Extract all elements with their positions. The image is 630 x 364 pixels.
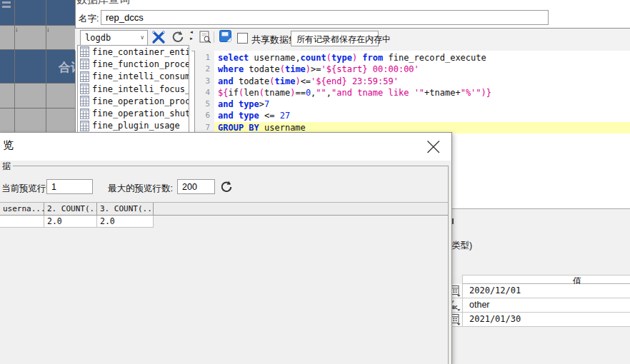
- sql-token: (: [259, 88, 264, 98]
- line-number: 4: [195, 87, 215, 98]
- sql-gutter: 1234567: [194, 51, 215, 137]
- param-type-cell[interactable]: [451, 284, 463, 298]
- sql-token: (: [280, 64, 285, 74]
- table-list-item[interactable]: fine_container_entity: [78, 46, 189, 58]
- param-pane-top: [451, 136, 630, 208]
- sql-token: "%'": [461, 88, 481, 98]
- sql-token: type: [239, 99, 259, 109]
- table-name: fine_operation_shutdo: [92, 108, 189, 118]
- sql-token: username: [259, 123, 306, 133]
- close-icon: [425, 139, 442, 155]
- groupbox-border: [448, 166, 449, 364]
- preview-cell[interactable]: 2.0: [97, 216, 154, 228]
- max-rows-label: 最大的预览行数:: [108, 183, 173, 195]
- sql-line: and type>7: [214, 98, 630, 110]
- sql-token: and: [218, 99, 234, 109]
- cell-text-fragment: [2, 6, 11, 8]
- sql-line: ${if(len(tname)==0,"","and tname like '"…: [214, 87, 630, 98]
- sql-token: if: [228, 88, 238, 98]
- splitter-collapse-icon[interactable]: ◄: [189, 30, 194, 34]
- table-icon: [80, 108, 89, 119]
- sql-token: 27: [280, 111, 290, 121]
- param-type-cell[interactable]: [451, 313, 463, 327]
- param-value-cell[interactable]: 2021/01/30: [463, 313, 630, 327]
- param-hint-fragment: 类型): [451, 240, 472, 252]
- sql-code[interactable]: select username,count(type) from fine_re…: [214, 51, 630, 137]
- storage-mode-value: 所有记录都保存在内存中: [296, 34, 391, 46]
- table-list-item[interactable]: fine_operation_shutdo: [78, 107, 189, 119]
- chevron-down-icon: ∨: [370, 36, 374, 41]
- table-list-item[interactable]: fine_operation_proces: [78, 95, 189, 107]
- table-icon: [80, 84, 89, 94]
- sql-token: todate: [234, 76, 270, 86]
- sql-token: fine_record_execute: [383, 53, 486, 63]
- cell-text-fragment: [2, 1, 11, 4]
- sql-token: )}: [481, 88, 491, 98]
- sql-token: [234, 99, 239, 109]
- param-table-header-icon-col: [451, 275, 463, 284]
- sql-token: username,: [249, 53, 300, 63]
- edit-button[interactable]: [219, 30, 231, 42]
- sql-token: len: [244, 88, 259, 98]
- sql-token: and: [218, 111, 234, 121]
- preview-cell[interactable]: 2.0: [44, 216, 97, 228]
- refresh-preview-button[interactable]: [219, 180, 234, 194]
- line-number: 3: [195, 76, 215, 87]
- param-value-cell[interactable]: other: [463, 298, 630, 313]
- close-button[interactable]: [425, 139, 442, 155]
- table-name: fine_plugin_usage: [92, 121, 180, 131]
- sql-token: ): [306, 64, 311, 74]
- sql-line: and todate(time)<='${end} 23:59:59': [214, 76, 630, 87]
- dataset-name-input[interactable]: [101, 10, 549, 25]
- connection-tools-button[interactable]: [151, 30, 166, 44]
- database-select[interactable]: logdb ∨: [80, 30, 148, 46]
- share-dataset-checkbox[interactable]: [237, 33, 248, 44]
- groupbox-label-fragment: 据: [1, 161, 13, 173]
- grid-line: [0, 83, 75, 84]
- line-number: 5: [195, 98, 215, 110]
- arrow-down-icon: ↓: [15, 26, 19, 33]
- refresh-tables-button[interactable]: [171, 30, 185, 44]
- table-list-item[interactable]: fine_intelli_consume_p: [78, 71, 189, 83]
- sql-token: '${end} 23:59:59': [311, 76, 399, 86]
- sql-token: where: [218, 64, 244, 74]
- param-type-cell[interactable]: ABC: [451, 298, 463, 313]
- wrench-icon: [151, 30, 166, 44]
- table-name: fine_intelli_focus_po: [92, 84, 189, 94]
- table-icon: [80, 71, 89, 82]
- sql-token: "and tname like '": [331, 88, 424, 98]
- chevron-down-icon: ∨: [140, 35, 144, 41]
- param-value-cell[interactable]: 2020/12/01: [463, 284, 630, 298]
- grid-line: [14, 0, 15, 132]
- toolbar-divider: [214, 31, 214, 43]
- grid-line: [0, 49, 75, 50]
- table-list-item[interactable]: fine_plugin_usage: [78, 120, 189, 132]
- groupbox-border: [11, 166, 448, 166]
- table-icon: [80, 59, 89, 69]
- preview-doc-icon: [199, 31, 211, 44]
- sql-token: ${: [218, 88, 228, 98]
- preview-header-cell[interactable]: userna...: [0, 203, 44, 216]
- current-rows-input[interactable]: [46, 179, 93, 194]
- dialog-title: 数据库查询: [76, 0, 130, 6]
- preview-header-cell[interactable]: 2. COUNT(...: [44, 203, 97, 216]
- sql-token: (: [326, 53, 331, 63]
- table-list-item[interactable]: fine_function_process: [78, 58, 189, 70]
- arrow-down-icon: ↓: [46, 26, 50, 33]
- preview-button[interactable]: [199, 31, 211, 44]
- sql-line: where todate(time)>='${start} 00:00:00': [214, 64, 630, 75]
- preview-header-cell[interactable]: 3. COUNT(...: [97, 203, 154, 216]
- max-rows-input[interactable]: [177, 179, 215, 194]
- database-select-value: logdb: [85, 33, 111, 43]
- table-icon: [80, 96, 89, 106]
- refresh-icon: [171, 30, 185, 44]
- splitter-expand-icon[interactable]: ►: [189, 36, 194, 41]
- table-name: fine_intelli_consume_p: [92, 71, 189, 81]
- table-list: fine_container_entityfine_function_proce…: [77, 45, 189, 137]
- table-list-item[interactable]: fine_intelli_focus_po: [78, 83, 189, 95]
- storage-mode-select[interactable]: 所有记录都保存在内存中 ∨: [291, 31, 379, 46]
- grid-line: [0, 108, 75, 108]
- preview-cell[interactable]: [0, 216, 44, 228]
- sql-token: '${start} 00:00:00': [321, 64, 419, 74]
- sql-token: type: [331, 53, 352, 63]
